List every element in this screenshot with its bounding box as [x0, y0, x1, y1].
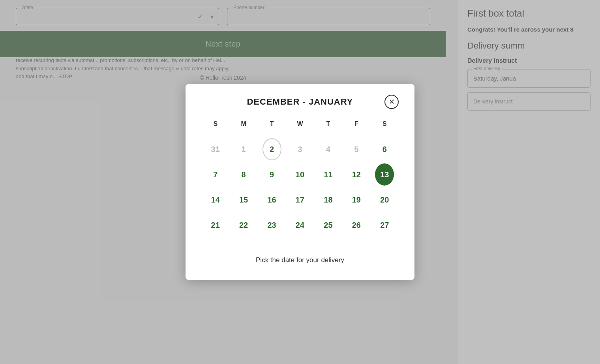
- calendar-modal: DECEMBER - JANUARY ✕ S M T W T F S 31 1 …: [186, 84, 414, 280]
- day-1[interactable]: 1: [234, 138, 253, 160]
- close-icon: ✕: [389, 98, 395, 105]
- day-11[interactable]: 11: [319, 163, 338, 186]
- day-5[interactable]: 5: [347, 138, 366, 160]
- week-row-1: 31 1 2 3 4 5 6: [201, 137, 399, 161]
- week-row-3: 14 15 16 17 18 19 20: [201, 188, 399, 212]
- day-8[interactable]: 8: [234, 163, 253, 186]
- day-13[interactable]: 13: [375, 163, 394, 186]
- day-9[interactable]: 9: [262, 163, 281, 186]
- day-15[interactable]: 15: [234, 189, 253, 211]
- day-10[interactable]: 10: [291, 163, 309, 186]
- day-25[interactable]: 25: [319, 214, 338, 236]
- day-16[interactable]: 16: [262, 189, 281, 211]
- day-header-tue: T: [258, 118, 286, 130]
- day-2[interactable]: 2: [262, 138, 281, 160]
- modal-overlay: DECEMBER - JANUARY ✕ S M T W T F S 31 1 …: [0, 0, 600, 364]
- week-row-2: 7 8 9 10 11 12 13: [201, 163, 399, 186]
- day-header-mon: M: [229, 118, 257, 130]
- calendar-footer: Pick the date for your delivery: [201, 248, 399, 264]
- day-12[interactable]: 12: [347, 163, 366, 186]
- calendar-grid: S M T W T F S 31 1 2 3 4 5 6: [201, 118, 399, 237]
- calendar-footer-text: Pick the date for your delivery: [256, 256, 344, 264]
- day-20[interactable]: 20: [375, 189, 394, 211]
- day-header-fri: F: [342, 118, 370, 130]
- day-26[interactable]: 26: [347, 214, 366, 236]
- day-header-wed: W: [286, 118, 314, 130]
- week-row-4: 21 22 23 24 25 26 27: [201, 213, 399, 237]
- day-header-thu: T: [314, 118, 342, 130]
- day-header-sat: S: [371, 118, 399, 130]
- day-18[interactable]: 18: [319, 189, 338, 211]
- day-4[interactable]: 4: [319, 138, 338, 160]
- day-22[interactable]: 22: [234, 214, 253, 236]
- day-31[interactable]: 31: [206, 138, 225, 160]
- calendar-title: DECEMBER - JANUARY: [247, 97, 353, 107]
- day-header-sun: S: [201, 118, 229, 130]
- day-23[interactable]: 23: [262, 214, 281, 236]
- calendar-day-rows: 31 1 2 3 4 5 6 7 8 9 10 11 12 13: [201, 137, 399, 237]
- day-21[interactable]: 21: [206, 214, 225, 236]
- day-7[interactable]: 7: [206, 163, 225, 186]
- day-3[interactable]: 3: [291, 138, 309, 160]
- day-17[interactable]: 17: [291, 189, 309, 211]
- day-24[interactable]: 24: [291, 214, 309, 236]
- day-19[interactable]: 19: [347, 189, 366, 211]
- day-6[interactable]: 6: [375, 138, 394, 160]
- day-27[interactable]: 27: [375, 214, 394, 236]
- day-14[interactable]: 14: [206, 189, 225, 211]
- close-button[interactable]: ✕: [384, 95, 399, 109]
- calendar-header: DECEMBER - JANUARY ✕: [201, 97, 399, 107]
- day-headers-row: S M T W T F S: [201, 118, 399, 134]
